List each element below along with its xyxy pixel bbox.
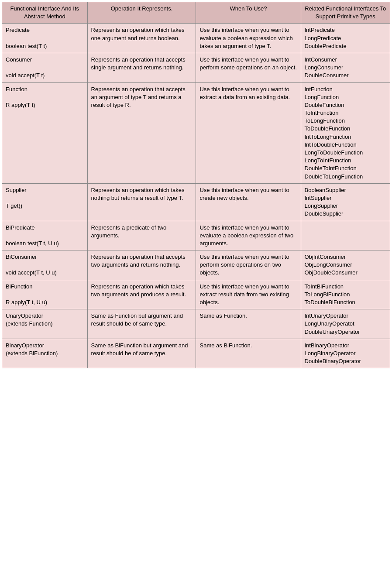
cell-6-3: ToIntBiFunctionToLongBiFunctionToDoubleB… (301, 280, 390, 309)
cell-7-1: Same as Function but argument and result… (87, 309, 196, 339)
table-row: BiFunctionR apply(T t, U u)Represents an… (2, 280, 390, 309)
cell-2-2: Use this interface when you want to extr… (196, 82, 301, 183)
header-col4: Related Functional Interfaces To Support… (301, 2, 390, 24)
cell-1-0: Consumervoid accept(T t) (2, 53, 88, 82)
table-row: FunctionR apply(T t)Represents an operat… (2, 82, 390, 183)
functional-interfaces-table: Functional Interface And Its Abstract Me… (2, 2, 390, 368)
cell-0-0: Predicateboolean test(T t) (2, 24, 88, 53)
header-col3: When To Use? (196, 2, 301, 24)
cell-1-2: Use this interface when you want to perf… (196, 53, 301, 82)
cell-4-1: Represents a predicate of two arguments. (87, 221, 196, 250)
table-row: UnaryOperator(extends Function)Same as F… (2, 309, 390, 339)
cell-2-0: FunctionR apply(T t) (2, 82, 88, 183)
cell-4-2: Use this interface when you want to eval… (196, 221, 301, 250)
table-row: Predicateboolean test(T t)Represents an … (2, 24, 390, 53)
cell-7-0: UnaryOperator(extends Function) (2, 309, 88, 339)
cell-5-2: Use this interface when you want to perf… (196, 250, 301, 280)
cell-3-1: Represents an operation which takes noth… (87, 183, 196, 221)
header-row: Functional Interface And Its Abstract Me… (2, 2, 390, 24)
header-col2: Operation It Represents. (87, 2, 196, 24)
header-col1: Functional Interface And Its Abstract Me… (2, 2, 88, 24)
table-row: SupplierT get()Represents an operation w… (2, 183, 390, 221)
cell-2-1: Represents an operation that accepts an … (87, 82, 196, 183)
cell-6-1: Represents an operation which takes two … (87, 280, 196, 309)
table-row: BinaryOperator(extends BiFunction)Same a… (2, 339, 390, 368)
cell-1-3: IntConsumerLongConsumerDoubleConsumer (301, 53, 390, 82)
table-row: BiConsumervoid accept(T t, U u)Represent… (2, 250, 390, 280)
cell-0-3: IntPredicateLongPredicateDoublePredicate (301, 24, 390, 53)
table-row: BiPredicateboolean test(T t, U u)Represe… (2, 221, 390, 250)
table-body: Predicateboolean test(T t)Represents an … (2, 24, 390, 368)
cell-7-3: IntUnaryOperatorLongUnaryOperatotDoubleU… (301, 309, 390, 339)
cell-3-3: BooleanSupplierIntSupplierLongSupplierDo… (301, 183, 390, 221)
cell-8-2: Same as BiFunction. (196, 339, 301, 368)
cell-3-2: Use this interface when you want to crea… (196, 183, 301, 221)
table-row: Consumervoid accept(T t)Represents an op… (2, 53, 390, 82)
cell-8-1: Same as BiFunction but argument and resu… (87, 339, 196, 368)
cell-4-0: BiPredicateboolean test(T t, U u) (2, 221, 88, 250)
cell-4-3 (301, 221, 390, 250)
cell-8-3: IntBinaryOperatorLongBinaryOperatorDoubl… (301, 339, 390, 368)
cell-3-0: SupplierT get() (2, 183, 88, 221)
cell-7-2: Same as Function. (196, 309, 301, 339)
cell-5-0: BiConsumervoid accept(T t, U u) (2, 250, 88, 280)
cell-1-1: Represents an operation that accepts sin… (87, 53, 196, 82)
cell-6-2: Use this interface when you want to extr… (196, 280, 301, 309)
cell-8-0: BinaryOperator(extends BiFunction) (2, 339, 88, 368)
cell-0-1: Represents an operation which takes one … (87, 24, 196, 53)
cell-6-0: BiFunctionR apply(T t, U u) (2, 280, 88, 309)
cell-5-3: ObjIntConsumerObjLongConsumerObjDoubleCo… (301, 250, 390, 280)
cell-2-3: IntFunctionLongFunctionDoubleFunctionToI… (301, 82, 390, 183)
cell-0-2: Use this interface when you want to eval… (196, 24, 301, 53)
cell-5-1: Represents an operation that accepts two… (87, 250, 196, 280)
